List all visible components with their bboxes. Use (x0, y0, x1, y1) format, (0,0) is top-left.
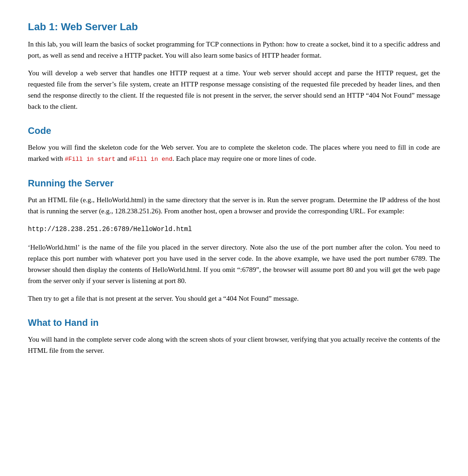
handin-paragraph-1: You will hand in the complete server cod… (28, 334, 440, 356)
main-title: Lab 1: Web Server Lab (28, 19, 440, 35)
running-heading: Running the Server (28, 176, 440, 191)
intro-paragraph-2: You will develop a web server that handl… (28, 67, 440, 112)
code-heading: Code (28, 123, 440, 138)
code-p1-middle: and (115, 155, 129, 162)
code-paragraph: Below you will find the skeleton code fo… (28, 142, 440, 165)
url-example: http://128.238.251.26:6789/HelloWorld.ht… (28, 224, 440, 234)
running-paragraph-2: ‘HelloWorld.html’ is the name of the fil… (28, 242, 440, 286)
handin-heading: What to Hand in (28, 315, 440, 330)
code-inline-fill-start: #Fill in start (65, 156, 115, 163)
running-paragraph-1: Put an HTML file (e.g., HelloWorld.html)… (28, 194, 440, 217)
intro-paragraph-1: In this lab, you will learn the basics o… (28, 39, 440, 61)
code-p1-after: . Each place may require one or more lin… (172, 155, 316, 162)
code-inline-fill-end: #Fill in end (129, 156, 173, 163)
running-paragraph-3: Then try to get a file that is not prese… (28, 293, 440, 304)
